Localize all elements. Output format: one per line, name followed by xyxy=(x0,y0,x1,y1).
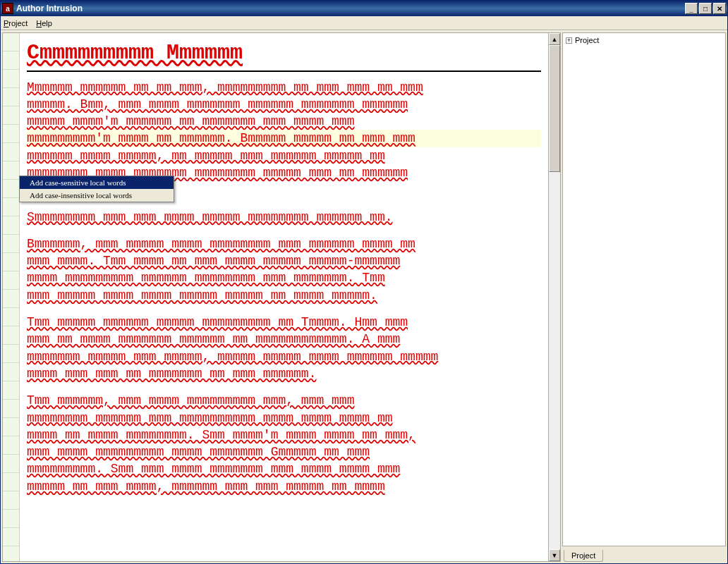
side-panel: + Project Project xyxy=(562,32,726,562)
text-editor[interactable]: Cmmmmmmmmm Mmmmmm Mmmmmm mmmmmm mm mm mm… xyxy=(20,33,548,561)
scroll-track[interactable] xyxy=(549,45,560,549)
side-tab-strip: Project xyxy=(562,546,726,562)
titlebar[interactable]: a Author Intrusion _ □ ✕ xyxy=(1,1,727,16)
paragraph: Tmm mmmmm mmmmmm mmmmm mmmmmmmmm mm Tmmm… xyxy=(27,314,541,382)
tab-project[interactable]: Project xyxy=(564,550,603,562)
menu-project[interactable]: Project xyxy=(4,19,28,27)
paragraph: Smmmmmmmm mmm mmm mmmm mmmmm mmmmmmmm mm… xyxy=(27,209,541,226)
project-tree[interactable]: + Project xyxy=(562,32,726,546)
tree-root-row[interactable]: + Project xyxy=(566,36,722,44)
window-title: Author Intrusion xyxy=(16,4,684,13)
vertical-scrollbar[interactable]: ▲ ▼ xyxy=(548,33,560,561)
paragraph: Tmm mmmmmm, mmm mmmm mmmmmmmmm mmm, mmm … xyxy=(27,392,541,495)
app-icon: a xyxy=(2,3,13,14)
minimize-button[interactable]: _ xyxy=(685,3,698,14)
paragraph: Bmmmmmm, mmm mmmmm mmmm mmmmmmmm mmm mmm… xyxy=(27,235,541,304)
document-heading: Cmmmmmmmmm Mmmmmm xyxy=(27,39,541,72)
scroll-up-button[interactable]: ▲ xyxy=(549,33,560,45)
application-window: a Author Intrusion _ □ ✕ Project Help Cm… xyxy=(0,0,728,564)
menubar: Project Help xyxy=(1,16,727,30)
current-line-highlight: mmmmmmmmm'm mmmm mm mmmmmm. Bmmmmm mmmmm… xyxy=(27,130,541,147)
tree-expander-icon[interactable]: + xyxy=(566,37,572,44)
editor-pane: Cmmmmmmmmm Mmmmmm Mmmmmm mmmmmm mm mm mm… xyxy=(2,32,561,562)
menu-help[interactable]: Help xyxy=(36,19,52,27)
tree-root-label: Project xyxy=(575,36,599,44)
close-button[interactable]: ✕ xyxy=(713,3,726,14)
context-menu: Add case-sensitive local words Add case-… xyxy=(19,176,174,202)
context-menu-item-case-sensitive[interactable]: Add case-sensitive local words xyxy=(20,176,174,189)
client-area: Cmmmmmmmmm Mmmmmm Mmmmmm mmmmmm mm mm mm… xyxy=(1,30,727,563)
editor-gutter xyxy=(3,33,20,561)
maximize-button[interactable]: □ xyxy=(699,3,712,14)
context-menu-item-case-insensitive[interactable]: Add case-insensitive local words xyxy=(20,189,174,202)
scroll-down-button[interactable]: ▼ xyxy=(549,549,560,561)
scroll-thumb[interactable] xyxy=(549,45,560,172)
